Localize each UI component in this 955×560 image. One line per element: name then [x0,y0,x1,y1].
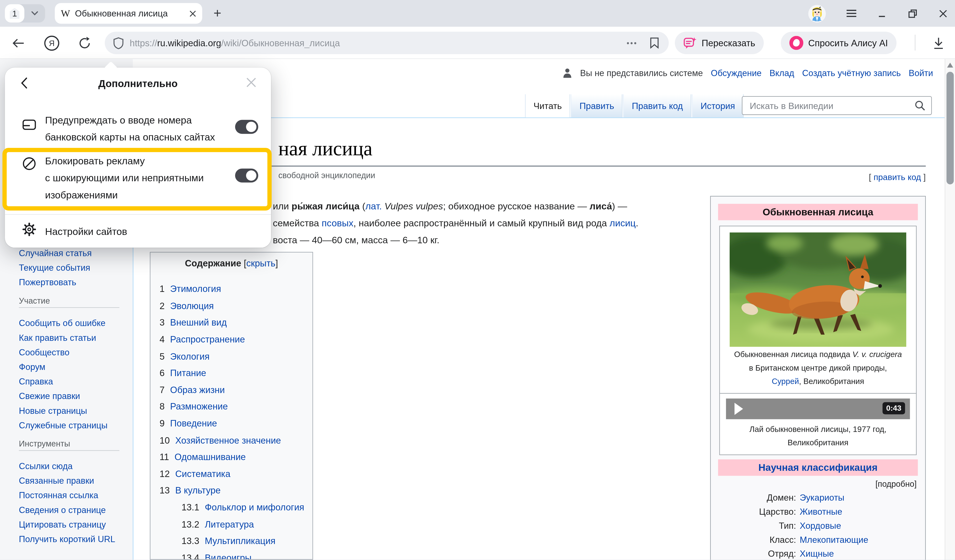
wiki-tab[interactable]: Читать [525,94,570,117]
classification-value[interactable]: Эукариоты [800,491,844,505]
classification-value[interactable]: Хордовые [800,519,841,533]
tab-strip: 1 W Обыкновенная лисица + [0,0,955,27]
toc-link[interactable]: Образ жизни [170,384,225,395]
wiki-tab[interactable]: Править код [623,94,691,117]
classification-value[interactable]: Хищные [800,547,834,560]
more-icon[interactable] [627,42,637,44]
restore-icon[interactable] [908,9,917,19]
new-tab-button[interactable]: + [207,3,228,24]
toc-link[interactable]: Видеоигры [205,552,252,560]
scrollbar-thumb[interactable] [946,72,954,184]
tab-counter[interactable]: 1 [5,4,24,23]
sidebar-section-header: Участие [19,296,124,306]
classification-row: Царство:Животные [711,505,925,519]
tab-group-button[interactable]: 1 [5,4,45,23]
tab-close-icon[interactable] [189,10,196,17]
search-icon[interactable] [915,100,925,111]
avatar[interactable] [808,5,826,22]
download-icon[interactable] [931,35,946,51]
lat-link[interactable]: лат. [365,201,382,211]
personal-link[interactable]: Вклад [769,68,794,78]
toc-link[interactable]: Литература [205,519,254,529]
wiki-search[interactable] [742,96,932,115]
minimize-icon[interactable] [877,9,887,19]
toc-link[interactable]: Внешний вид [170,317,227,328]
site-settings-item[interactable]: Настройки сайтов [45,223,127,240]
personal-links: ОбсуждениеВкладСоздать учётную записьВой… [711,68,933,78]
edit-section-link[interactable]: [ править код ] [869,172,926,182]
chevron-down-icon[interactable] [24,11,45,16]
classification-header-link[interactable]: Научная классификация [758,462,877,473]
sidebar-item[interactable]: Получить короткий URL [19,532,124,546]
toc-link[interactable]: Хозяйственное значение [175,435,281,445]
warn-card-entry-label[interactable]: Предупреждать о вводе номера банковской … [45,111,215,145]
toc-link[interactable]: В культуре [175,485,221,495]
ask-alice-button[interactable]: Спросить Алису AI [781,32,896,54]
wiki-tab[interactable]: История [692,94,744,117]
details-link[interactable]: [подробно] [711,479,917,488]
edit-link-label[interactable]: править код [874,172,921,182]
play-icon[interactable] [735,403,743,415]
block-shocking-ads-label[interactable]: Блокировать рекламу с шокирующими или не… [45,152,204,203]
yandex-icon[interactable]: Я [44,35,60,51]
toc-link[interactable]: Размножение [170,401,228,412]
bookmark-icon[interactable] [650,37,659,48]
sidebar-item[interactable]: Связанные правки [19,473,124,488]
sidebar-item[interactable]: Сообщество [19,345,124,359]
personal-link[interactable]: Войти [909,68,933,78]
sidebar-item[interactable]: Новые страницы [19,403,124,418]
toc-number: 13.4 [182,552,199,560]
close-icon[interactable] [938,9,948,19]
classification-value[interactable]: Млекопитающие [800,533,868,547]
sidebar-item[interactable]: Сведения о странице [19,502,124,517]
sidebar-item[interactable]: Ссылки сюда [19,459,124,473]
sidebar-item[interactable]: Пожертвовать [19,275,124,290]
sidebar-item[interactable]: Форум [19,360,124,374]
sidebar-item[interactable]: Случайная статья [19,246,124,261]
sidebar-section-divider [19,307,119,308]
back-icon[interactable] [10,35,26,51]
address-bar[interactable]: https://ru.wikipedia.org/wiki/Обыкновенн… [105,32,669,54]
search-input[interactable] [742,101,909,111]
sidebar-item[interactable]: Цитировать страницу [19,517,124,532]
personal-link[interactable]: Обсуждение [711,68,761,78]
classification-value[interactable]: Животные [800,505,842,519]
menu-icon[interactable] [847,9,856,19]
toc-link[interactable]: Этимология [170,284,221,294]
toc-link[interactable]: Фольклор и мифология [205,502,304,512]
canidae-link[interactable]: псовых [322,218,353,228]
reload-icon[interactable] [77,35,92,51]
toc-link[interactable]: Одомашнивание [175,451,246,462]
dropdown-title: Дополнительно [5,78,271,89]
browser-tab[interactable]: W Обыкновенная лисица [55,3,202,24]
toc-link[interactable]: Распространение [170,334,245,345]
warn-card-entry-toggle[interactable] [235,120,258,134]
retell-button[interactable]: Пересказать [675,32,764,54]
toc-hide-link[interactable]: скрыть [246,258,276,268]
sidebar-item[interactable]: Служебные страницы [19,418,124,433]
toc-link[interactable]: Эволюция [170,301,214,311]
toc-link[interactable]: Экология [170,351,210,361]
toc-link[interactable]: Питание [170,368,206,378]
scroll-up-icon[interactable] [947,63,953,67]
block-shocking-ads-toggle[interactable] [235,168,258,183]
sidebar-item[interactable]: Как править статьи [19,330,124,345]
gear-icon [22,222,36,237]
sidebar-item[interactable]: Постоянная ссылка [19,488,124,502]
sidebar-item[interactable]: Свежие правки [19,389,124,403]
dropdown-close-icon[interactable] [246,77,257,87]
sidebar-item[interactable]: Текущие события [19,261,124,275]
audio-caption-line1: Лай обыкновенной лисицы, 1977 год, [720,423,916,436]
scrollbar[interactable] [945,59,955,560]
surrey-link[interactable]: Суррей [772,377,799,386]
sidebar-item[interactable]: Справка [19,374,124,389]
vulpes-link[interactable]: лисиц [609,218,636,228]
toc-link[interactable]: Мультипликация [205,535,276,546]
wiki-tab[interactable]: Править [571,94,623,117]
sidebar-item[interactable]: Сообщить об ошибке [19,316,124,330]
toc-link[interactable]: Систематика [175,468,230,479]
audio-player[interactable]: 0:43 [726,399,910,419]
shield-icon[interactable] [113,37,124,49]
personal-link[interactable]: Создать учётную запись [802,68,901,78]
toc-link[interactable]: Поведение [170,418,217,428]
